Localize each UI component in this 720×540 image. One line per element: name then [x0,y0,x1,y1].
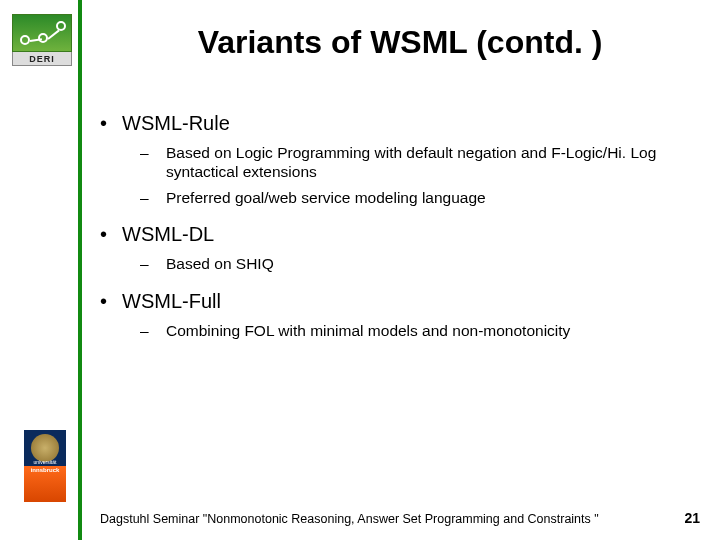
dash-icon: – [140,188,166,207]
bullet-level1: • WSML-DL [100,223,696,246]
deri-logo-graphic [12,14,72,52]
bullet-text: WSML-Rule [122,112,230,135]
bullet-text: Based on SHIQ [166,254,274,273]
dash-icon: – [140,254,166,273]
bullet-text: Based on Logic Programming with default … [166,143,696,182]
university-logo-top: universität [24,430,66,466]
deri-logo: DERI [12,14,72,69]
bullet-icon: • [100,290,122,313]
slide: DERI universität innsbruck Variants of W… [0,0,720,540]
bullet-level2: – Preferred goal/web service modeling la… [140,188,696,207]
university-logo-text-top: universität [24,460,66,465]
bullet-text: Preferred goal/web service modeling lang… [166,188,486,207]
footer-text: Dagstuhl Seminar "Nonmonotonic Reasoning… [100,512,599,526]
bullet-text: WSML-Full [122,290,221,313]
slide-footer: Dagstuhl Seminar "Nonmonotonic Reasoning… [100,510,700,526]
slide-content: • WSML-Rule – Based on Logic Programming… [100,112,696,340]
university-logo-bottom: innsbruck [24,466,66,502]
page-number: 21 [684,510,700,526]
dash-icon: – [140,143,166,182]
bullet-level2: – Combining FOL with minimal models and … [140,321,696,340]
bullet-text: Combining FOL with minimal models and no… [166,321,570,340]
bullet-level2: – Based on SHIQ [140,254,696,273]
university-logo-text-bot: innsbruck [24,467,66,473]
accent-bar [78,0,82,540]
bullet-level1: • WSML-Full [100,290,696,313]
bullet-icon: • [100,223,122,246]
bullet-level2: – Based on Logic Programming with defaul… [140,143,696,182]
dash-icon: – [140,321,166,340]
university-logo: universität innsbruck [24,430,66,502]
bullet-icon: • [100,112,122,135]
bullet-text: WSML-DL [122,223,214,246]
bullet-level1: • WSML-Rule [100,112,696,135]
slide-title: Variants of WSML (contd. ) [100,24,700,61]
deri-logo-text: DERI [12,52,72,66]
